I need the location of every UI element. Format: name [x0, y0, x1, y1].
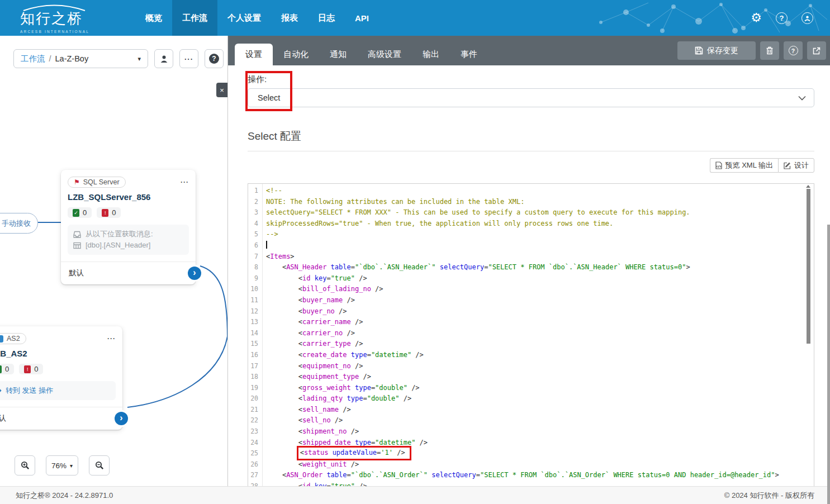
line-number: 28 — [248, 481, 262, 486]
success-doc-icon: ✓ — [0, 365, 2, 373]
editor-code[interactable]: <!--NOTE: The following attributes can b… — [263, 184, 814, 486]
code-line-8[interactable]: <ASN_Header table="`dbo`.`ASN_Header`" s… — [266, 262, 814, 273]
manual-receive-node[interactable]: 或 手动接收 — [0, 213, 38, 234]
logo-subtitle: ARCESB INTERNATIONAL — [20, 30, 104, 34]
error-count: 0 — [112, 208, 116, 217]
editor-scrollbar[interactable] — [807, 189, 810, 344]
settings-tabs: 设置自动化通知高级设置输出事件 — [235, 36, 488, 65]
save-changes-button[interactable]: 保存变更 — [677, 41, 756, 60]
code-line-10[interactable]: <bill_of_lading_no /> — [266, 284, 814, 295]
tab-5[interactable]: 输出 — [412, 43, 450, 65]
code-line-5[interactable]: --> — [266, 229, 814, 240]
line-number: 7 — [248, 251, 262, 263]
route-next-button[interactable]: › — [115, 412, 128, 425]
code-line-18[interactable]: <equipment_type /> — [266, 372, 814, 383]
editor-toolbar: 预览 XML 输出 设计 — [248, 158, 814, 173]
code-line-21[interactable]: <sell_name /> — [266, 405, 814, 416]
help-icon[interactable]: ? — [776, 12, 788, 24]
logo-arc — [21, 3, 87, 11]
code-line-1[interactable]: <!-- — [266, 186, 814, 197]
user-permissions-button[interactable] — [154, 49, 173, 68]
more-options-button[interactable]: ··· — [179, 49, 198, 68]
error-count-badge[interactable]: ! 0 — [97, 207, 121, 218]
xml-code-editor[interactable]: 1234567891011121314151617181920212223242… — [248, 183, 814, 486]
tab-2[interactable]: 自动化 — [273, 43, 319, 65]
line-number: 25 — [248, 448, 262, 459]
tab-6[interactable]: 事件 — [450, 43, 488, 65]
message-counts: ✓ 0 ! 0 — [0, 364, 116, 374]
nav-item-4[interactable]: 报表 — [271, 0, 308, 36]
user-account-icon[interactable] — [801, 12, 813, 24]
xml-doc-icon — [715, 161, 722, 169]
page-scrollbar[interactable] — [827, 225, 830, 504]
action-select[interactable]: Select — [248, 88, 814, 107]
source-table: [dbo].[ASN_Header] — [86, 240, 150, 251]
code-line-11[interactable]: <buyer_name /> — [266, 295, 814, 306]
code-line-3[interactable]: selectQuery="SELECT * FROM XXX" - This c… — [266, 207, 814, 218]
close-panel-button[interactable]: × — [216, 83, 227, 97]
tab-1[interactable]: 设置 — [235, 44, 273, 65]
code-line-16[interactable]: <create_date type="datetime" /> — [266, 350, 814, 361]
code-line-7[interactable]: <Items> — [266, 251, 814, 263]
sql-server-node-card[interactable]: ⚑ SQL Server ··· LZB_SQLServer_856 ✓ 0 !… — [61, 170, 196, 284]
line-number: 14 — [248, 328, 262, 339]
zoom-level-select[interactable]: 76% ▾ — [46, 455, 78, 476]
delete-button[interactable] — [760, 41, 779, 60]
as2-node-card[interactable]: AS2 ··· LZB_AS2 ✓ 0 ! 0 转到 发送 操作 默认 › — [0, 326, 122, 430]
nav-item-6[interactable]: API — [345, 0, 379, 36]
design-button[interactable]: 设计 — [778, 158, 814, 173]
nav-item-2[interactable]: 工作流 — [172, 0, 217, 36]
code-line-20[interactable]: <lading_qty type="double" /> — [266, 393, 814, 405]
code-line-17[interactable]: <equipment_no /> — [266, 361, 814, 372]
zoom-level-value: 76% — [51, 462, 67, 470]
code-line-4[interactable]: skipProcessedRows="true" - When true, th… — [266, 218, 814, 230]
tab-4[interactable]: 高级设置 — [357, 43, 412, 65]
code-line-12[interactable]: <buyer_no /> — [266, 306, 814, 317]
tab-3[interactable]: 通知 — [319, 43, 357, 65]
workflow-canvas-panel: 工作流 / La-Z-Boy ▾ ··· ? × 或 手动接收 ⚑ SQL Se… — [0, 36, 228, 486]
code-line-27[interactable]: <ASN_Order table="`dbo`.`ASN_Order`" sel… — [266, 470, 814, 481]
error-count: 0 — [34, 365, 38, 373]
code-line-26[interactable]: <weight_unit /> — [266, 459, 814, 470]
success-count-badge[interactable]: ✓ 0 — [68, 207, 92, 218]
code-line-28[interactable]: <id key="true" /> — [266, 481, 814, 486]
node-menu-button[interactable]: ··· — [107, 335, 116, 343]
open-external-button[interactable] — [807, 41, 826, 60]
canvas-help-button[interactable]: ? — [205, 49, 224, 68]
gear-icon[interactable]: ⚙ — [751, 12, 762, 24]
app-logo[interactable]: 知行之桥 ARCESB INTERNATIONAL — [20, 4, 104, 36]
route-next-button[interactable]: › — [188, 267, 201, 280]
nav-item-3[interactable]: 个人设置 — [217, 0, 271, 36]
code-line-6[interactable] — [266, 240, 814, 251]
breadcrumb-separator: / — [49, 54, 51, 63]
code-line-9[interactable]: <id key="true" /> — [266, 273, 814, 284]
success-count-badge[interactable]: ✓ 0 — [0, 364, 14, 374]
node-menu-button[interactable]: ··· — [181, 178, 189, 186]
node-type-label: SQL Server — [83, 178, 120, 186]
error-doc-icon: ! — [24, 365, 31, 373]
success-count: 0 — [83, 208, 87, 217]
editor-scroll-up-arrow[interactable] — [806, 185, 810, 188]
node-route-link[interactable]: 转到 发送 操作 — [0, 381, 116, 400]
error-count-badge[interactable]: ! 0 — [19, 364, 43, 374]
preview-xml-button[interactable]: 预览 XML 输出 — [710, 158, 778, 173]
code-line-2[interactable]: NOTE: The following attributes can be in… — [266, 197, 814, 208]
code-line-25[interactable]: <status updateValue='1' /> — [266, 448, 814, 459]
code-line-23[interactable]: <shipment_no /> — [266, 426, 814, 438]
code-line-22[interactable]: <sell_no /> — [266, 415, 814, 426]
main-nav: 概览工作流个人设置报表日志API — [135, 0, 379, 36]
code-line-14[interactable]: <carrier_no /> — [266, 328, 814, 339]
nav-item-1[interactable]: 概览 — [135, 0, 172, 36]
zoom-in-button[interactable] — [15, 455, 35, 476]
zoom-out-button[interactable] — [89, 455, 110, 476]
nav-item-5[interactable]: 日志 — [308, 0, 345, 36]
tabbar-help-button[interactable]: ? — [784, 41, 803, 60]
action-select-value: Select — [258, 93, 280, 102]
workflow-breadcrumb-select[interactable]: 工作流 / La-Z-Boy ▾ — [13, 49, 148, 68]
code-line-15[interactable]: <carrier_type /> — [266, 339, 814, 350]
line-number: 15 — [248, 339, 262, 350]
top-navbar: 知行之桥 ARCESB INTERNATIONAL 概览工作流个人设置报表日志A… — [0, 0, 830, 36]
tabbar-actions: 保存变更 ? — [677, 41, 830, 60]
code-line-19[interactable]: <gross_weight type="double" /> — [266, 383, 814, 394]
code-line-13[interactable]: <carrier_name /> — [266, 317, 814, 328]
